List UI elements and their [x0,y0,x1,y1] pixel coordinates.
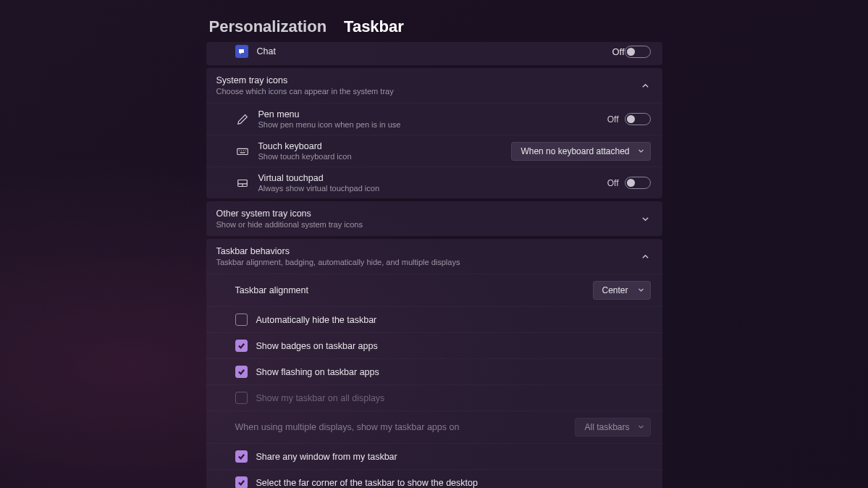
system-tray-subtitle: Choose which icons can appear in the sys… [216,87,394,96]
badges-checkbox[interactable] [235,340,248,352]
breadcrumb-current: Taskbar [344,17,404,36]
multi-displays-row: When using multiple displays, show my ta… [206,411,662,443]
chat-item-row: Chat Off [206,42,662,65]
autohide-row[interactable]: Automatically hide the taskbar [206,306,662,332]
touchpad-toggle[interactable] [625,177,651,189]
touch-keyboard-title: Touch keyboard [258,141,352,151]
farcorner-label: Select the far corner of the taskbar to … [256,478,478,488]
chevron-down-icon [638,422,644,432]
pen-title: Pen menu [258,109,401,119]
touch-keyboard-select[interactable]: When no keyboard attached [511,142,650,161]
share-row[interactable]: Share any window from my taskbar [206,443,662,469]
other-tray-header[interactable]: Other system tray icons Show or hide add… [206,201,662,236]
other-tray-subtitle: Show or hide additional system tray icon… [216,220,363,229]
chevron-up-icon [641,80,651,91]
chevron-down-icon [641,214,651,224]
flashing-checkbox[interactable] [235,366,248,378]
all-displays-checkbox [235,392,248,404]
chat-toggle[interactable] [625,46,651,58]
chat-icon [235,45,248,58]
all-displays-label: Show my taskbar on all displays [256,393,385,403]
multi-displays-label: When using multiple displays, show my ta… [235,422,576,432]
pen-subtitle: Show pen menu icon when pen is in use [258,120,401,129]
pen-icon [235,112,250,127]
autohide-checkbox[interactable] [235,314,248,326]
breadcrumb-parent[interactable]: Personalization [209,17,327,36]
virtual-touchpad-row: Virtual touchpad Always show virtual tou… [206,167,662,198]
multi-displays-select: All taskbars [575,418,650,437]
svg-rect-0 [237,148,247,154]
badges-label: Show badges on taskbar apps [256,341,378,351]
chat-label: Chat [257,46,276,56]
behaviors-header[interactable]: Taskbar behaviors Taskbar alignment, bad… [206,239,662,274]
touch-keyboard-subtitle: Show touch keyboard icon [258,152,352,161]
flashing-label: Show flashing on taskbar apps [256,367,379,377]
touchpad-subtitle: Always show virtual touchpad icon [258,184,380,193]
flashing-row[interactable]: Show flashing on taskbar apps [206,358,662,384]
badges-row[interactable]: Show badges on taskbar apps [206,332,662,358]
alignment-select[interactable]: Center [593,281,651,300]
autohide-label: Automatically hide the taskbar [256,315,377,325]
chat-state: Off [612,46,624,57]
touch-keyboard-row: Touch keyboard Show touch keyboard icon … [206,135,662,167]
chevron-down-icon [638,146,644,156]
behaviors-subtitle: Taskbar alignment, badging, automaticall… [216,258,460,266]
touchpad-icon [235,176,250,190]
taskbar-items-group: Chat Off [206,42,662,65]
share-label: Share any window from my taskbar [256,452,397,462]
alignment-row: Taskbar alignment Center [206,274,662,306]
behaviors-title: Taskbar behaviors [216,246,460,256]
taskbar-behaviors-group: Taskbar behaviors Taskbar alignment, bad… [206,239,662,488]
all-displays-row: Show my taskbar on all displays [206,384,662,411]
farcorner-row[interactable]: Select the far corner of the taskbar to … [206,469,662,488]
pen-menu-row: Pen menu Show pen menu icon when pen is … [206,103,662,135]
chevron-up-icon [641,251,651,261]
system-tray-title: System tray icons [216,75,394,85]
keyboard-icon [235,144,250,159]
touchpad-title: Virtual touchpad [258,173,380,183]
pen-toggle[interactable] [625,113,651,125]
other-tray-title: Other system tray icons [216,209,363,219]
farcorner-checkbox[interactable] [235,476,248,488]
touchpad-state: Off [607,178,619,188]
system-tray-icons-group: System tray icons Choose which icons can… [206,68,662,198]
system-tray-header[interactable]: System tray icons Choose which icons can… [206,68,662,103]
pen-state: Off [607,114,619,125]
breadcrumb: Personalization Taskbar [206,17,662,36]
chevron-down-icon [638,285,644,295]
alignment-label: Taskbar alignment [235,285,593,295]
other-tray-icons-group: Other system tray icons Show or hide add… [206,201,662,236]
share-checkbox[interactable] [235,450,248,463]
